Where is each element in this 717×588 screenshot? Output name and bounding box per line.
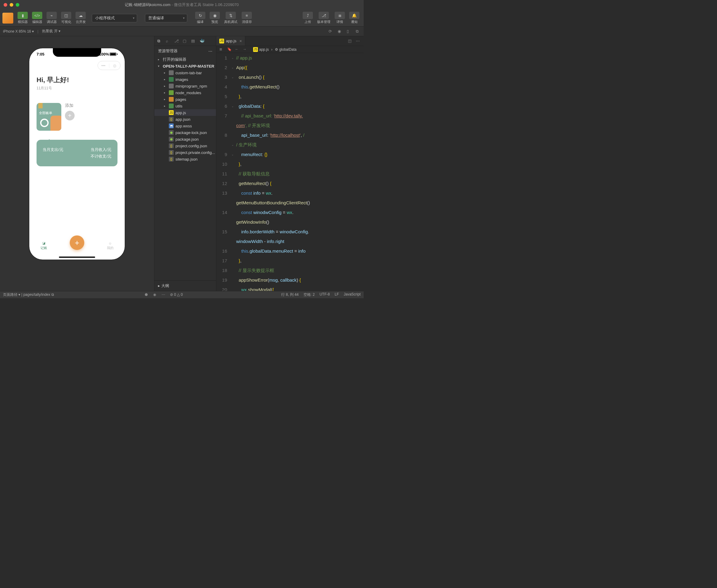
- compile-button[interactable]: ↻编译: [193, 10, 207, 25]
- more-status-icon[interactable]: ⋯: [162, 293, 166, 297]
- box-icon[interactable]: ▢: [183, 39, 188, 43]
- capsule-menu-icon[interactable]: •••: [98, 63, 109, 68]
- tree-item-custom-tab-bar[interactable]: ▸custom-tab-bar: [154, 69, 216, 76]
- refresh-icon: ↻: [195, 12, 205, 19]
- capsule-close-icon[interactable]: ◎: [109, 63, 121, 68]
- close-tab-icon[interactable]: ×: [240, 39, 242, 43]
- git-icon[interactable]: ⎇: [174, 39, 179, 43]
- all-bills-card[interactable]: 全部账单: [37, 103, 61, 131]
- date-text: 11月11号: [37, 86, 118, 91]
- bug-icon: ⌁: [46, 12, 57, 19]
- eye-status-icon[interactable]: ◉: [153, 293, 158, 297]
- back-icon[interactable]: ←: [235, 47, 240, 52]
- code-editor[interactable]: 1234567 8 910111213 14 15 1617181920 ⌄⌄⌄…: [216, 53, 364, 291]
- activity-bar: ⧉ ⌕ ⎇ ▢ ▤ 🐳: [154, 36, 216, 46]
- detail-button[interactable]: ≣详情: [333, 10, 347, 25]
- compile-mode-select[interactable]: 普通编译: [145, 14, 187, 22]
- fab-add-button[interactable]: +: [70, 235, 84, 250]
- minimize-icon[interactable]: [10, 3, 13, 7]
- tree-item-project-private-config---[interactable]: {}project.private.config...: [154, 149, 216, 156]
- add-card[interactable]: 添加 +: [65, 103, 90, 131]
- tab-app-js[interactable]: JS app.js ×: [216, 36, 245, 46]
- tree-item-project-config-json[interactable]: {}project.config.json: [154, 143, 216, 149]
- list-icon: ≣: [335, 12, 345, 19]
- split-icon[interactable]: ◫: [348, 39, 353, 43]
- terminal-icon[interactable]: ▤: [191, 39, 196, 43]
- mode-select[interactable]: 小程序模式: [92, 14, 137, 22]
- breadcrumb-symbol[interactable]: ⚙ globalData: [275, 47, 296, 51]
- wallet-icon: ◪: [42, 241, 45, 245]
- bookmark-icon[interactable]: 🔖: [227, 47, 232, 52]
- explorer-panel: ⧉ ⌕ ⎇ ▢ ▤ 🐳 资源管理器⋯ ▸打开的编辑器 ▾OPEN-TALLY-A…: [154, 36, 216, 291]
- tree-item-miniprogram-npm[interactable]: ▸miniprogram_npm: [154, 83, 216, 89]
- upload-button[interactable]: ⤴上传: [301, 10, 315, 25]
- sync-icon[interactable]: ⟳: [329, 29, 333, 34]
- editor-button[interactable]: </>编辑器: [30, 10, 44, 25]
- more-icon[interactable]: ⋯: [208, 49, 212, 54]
- record-icon[interactable]: ◉: [337, 29, 343, 34]
- plus-icon: +: [65, 111, 75, 121]
- project-root[interactable]: ▾OPEN-TALLY-APP-MASTER: [154, 63, 216, 69]
- avatar[interactable]: [2, 13, 13, 24]
- tree-item-app-json[interactable]: {}app.json: [154, 116, 216, 123]
- preview-button[interactable]: ◉预览: [208, 10, 222, 25]
- layout-icon: ◫: [61, 12, 71, 19]
- summary-card[interactable]: 当月支出/元 当月收入/元不计收支/元: [37, 140, 118, 166]
- device-icon: ⇅: [226, 12, 236, 19]
- problems-count[interactable]: ⊘ 0 △ 0: [170, 293, 183, 297]
- phone-icon: ▮: [18, 12, 28, 19]
- magnifier-icon: [40, 119, 49, 127]
- list-icon[interactable]: ≣: [219, 47, 224, 52]
- tree-item-utils[interactable]: ▸utils: [154, 103, 216, 109]
- traffic-lights[interactable]: [4, 3, 19, 7]
- more-icon[interactable]: ⋯: [356, 39, 361, 43]
- language-mode[interactable]: JavaScript: [344, 292, 361, 297]
- tree-item-node-modules[interactable]: ▸node_modules: [154, 89, 216, 96]
- tree-item-images[interactable]: ▸images: [154, 76, 216, 83]
- stack-icon: ≡: [242, 12, 252, 19]
- explorer-title: 资源管理器⋯: [154, 46, 216, 56]
- cloud-button[interactable]: ☁云开发: [74, 10, 87, 25]
- clear-cache-button[interactable]: ≡清缓存: [240, 10, 254, 25]
- indent-setting[interactable]: 空格: 2: [304, 292, 315, 297]
- bell-icon: 🔔: [349, 12, 360, 19]
- docker-icon[interactable]: 🐳: [200, 39, 204, 43]
- simulator-button[interactable]: ▮模拟器: [16, 10, 29, 25]
- tree-item-sitemap-json[interactable]: {}sitemap.json: [154, 156, 216, 162]
- breadcrumb-file[interactable]: JSapp.js: [253, 47, 269, 52]
- version-button[interactable]: ⎇版本管理: [315, 10, 332, 25]
- page-path[interactable]: 页面路径 ▾ | pages/tally/index ⧉: [3, 292, 54, 297]
- notice-button[interactable]: 🔔通知: [347, 10, 361, 25]
- main-toolbar: ▮模拟器 </>编辑器 ⌁调试器 ◫可视化 ☁云开发 小程序模式 普通编译 ↻编…: [0, 10, 364, 26]
- simulator-panel: 7:05 100% ••• ◎ Hi, 早上好! 11月11号 全部账单: [0, 36, 154, 291]
- outline-section[interactable]: ▸ 大纲: [154, 280, 216, 291]
- forward-icon[interactable]: →: [243, 47, 248, 52]
- eol[interactable]: LF: [335, 292, 339, 297]
- search-icon[interactable]: ⌕: [166, 39, 171, 43]
- editor-panel: JS app.js × ◫ ⋯ ≣ 🔖 ← → JSapp.js › ⚙ glo…: [216, 36, 364, 291]
- breadcrumb: ≣ 🔖 ← → JSapp.js › ⚙ globalData: [216, 46, 364, 53]
- tree-item-app-js[interactable]: JSapp.js: [154, 109, 216, 116]
- tab-mine[interactable]: ☺我的: [107, 241, 114, 250]
- tab-tally[interactable]: ◪记账: [40, 241, 47, 250]
- bug-status-icon[interactable]: ⬢: [145, 293, 149, 297]
- copy-icon[interactable]: ⧉: [356, 29, 361, 34]
- tree-item-package-json[interactable]: ⬢package.json: [154, 136, 216, 143]
- device-selector[interactable]: iPhone X 85% 16 ▾: [3, 29, 34, 34]
- device-icon[interactable]: ▯: [347, 29, 351, 34]
- tree-item-pages[interactable]: ▸pages: [154, 96, 216, 103]
- hot-reload-toggle[interactable]: 热重载 开 ▾: [42, 29, 60, 34]
- maximize-icon[interactable]: [16, 3, 19, 7]
- debugger-button[interactable]: ⌁调试器: [45, 10, 59, 25]
- real-debug-button[interactable]: ⇅真机调试: [222, 10, 239, 25]
- tree-item-package-lock-json[interactable]: ⬢package-lock.json: [154, 129, 216, 136]
- capsule-button[interactable]: ••• ◎: [98, 61, 121, 70]
- visualize-button[interactable]: ◫可视化: [59, 10, 73, 25]
- files-icon[interactable]: ⧉: [157, 39, 162, 43]
- editor-tabs: JS app.js × ◫ ⋯: [216, 36, 364, 46]
- tree-item-app-wxss[interactable]: ⬒app.wxss: [154, 123, 216, 129]
- open-editors-section[interactable]: ▸打开的编辑器: [154, 56, 216, 63]
- close-icon[interactable]: [4, 3, 7, 7]
- encoding[interactable]: UTF-8: [320, 292, 330, 297]
- cursor-position[interactable]: 行 8, 列 44: [281, 292, 299, 297]
